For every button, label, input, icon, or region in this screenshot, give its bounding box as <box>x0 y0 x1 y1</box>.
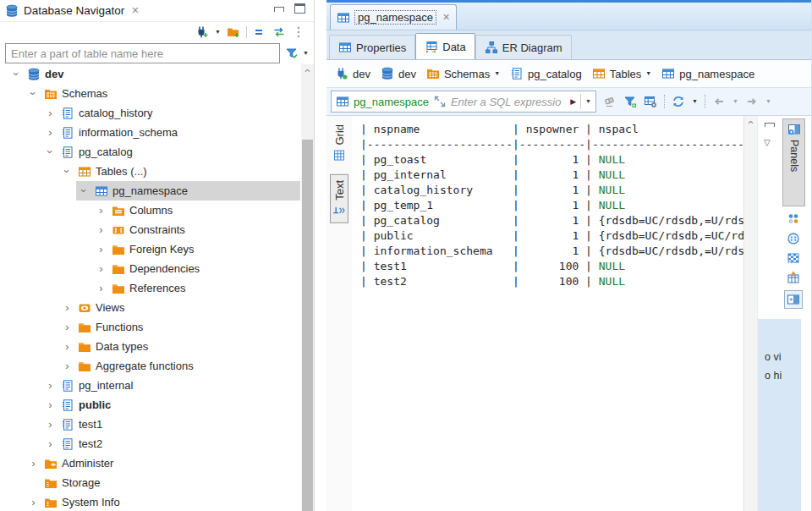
tree-item-test2[interactable]: ›test2 <box>0 434 300 453</box>
expand-arrow-icon[interactable]: › <box>61 340 74 353</box>
expand-arrow-icon[interactable]: › <box>61 321 74 333</box>
tree-scrollbar-thumb[interactable] <box>302 140 313 511</box>
filter-history-dropdown-icon[interactable]: ▼ <box>585 95 591 108</box>
tree-item-columns[interactable]: ›Columns <box>0 201 300 220</box>
dropdown-icon[interactable]: ▼ <box>215 25 221 39</box>
nav-forward-icon[interactable] <box>745 95 759 108</box>
tree-item-references[interactable]: ›References <box>0 278 300 298</box>
collapse-arrow-icon[interactable]: › <box>61 165 74 178</box>
expand-arrow-icon[interactable]: › <box>44 437 57 450</box>
value-panel-toggle[interactable] <box>784 290 803 309</box>
breadcrumb-pg_namespace[interactable]: pg_namespace <box>661 67 754 80</box>
breadcrumb-dev[interactable]: dev <box>335 67 370 80</box>
value-icon[interactable] <box>787 293 800 306</box>
table-filter-input[interactable] <box>5 43 280 63</box>
expand-arrow-icon[interactable]: › <box>44 126 57 139</box>
breadcrumb-tables[interactable]: Tables▼ <box>592 67 652 80</box>
tree-item-dev[interactable]: ›dev <box>0 64 300 84</box>
checker-icon[interactable] <box>787 251 800 265</box>
expand-arrow-icon[interactable]: › <box>44 418 57 431</box>
expand-arrow-icon[interactable]: › <box>61 301 74 314</box>
expand-arrow-icon[interactable]: › <box>95 262 107 275</box>
scroll-up-icon[interactable]: › <box>744 116 757 129</box>
tab-data[interactable]: Data <box>415 33 475 59</box>
nav-back-icon[interactable] <box>712 95 726 108</box>
tree-item-pg-internal[interactable]: ›pg_internal <box>0 376 300 395</box>
tab-er-diagram[interactable]: ER Diagram <box>475 35 572 59</box>
dropdown-icon[interactable]: ▼ <box>494 67 500 80</box>
scroll-up-icon[interactable]: › <box>301 64 314 77</box>
maximize-button[interactable] <box>294 3 305 14</box>
apply-filter-icon[interactable]: ▶ <box>570 97 576 106</box>
navigator-close-icon[interactable]: ✕ <box>131 5 139 16</box>
tree-item-schemas[interactable]: ›Schemas <box>0 84 300 103</box>
expand-arrow-icon[interactable]: › <box>27 457 40 470</box>
tree-item-foreign-keys[interactable]: ›Foreign Keys <box>0 239 300 259</box>
tree-item-storage[interactable]: Storage <box>0 473 300 492</box>
panels-tab[interactable]: Panels <box>782 118 805 206</box>
expand-arrow-icon[interactable]: › <box>95 243 107 256</box>
tree-item-system-info[interactable]: ›System Info <box>0 492 300 511</box>
tree-item-test1[interactable]: ›test1 <box>0 415 300 434</box>
tree-item-information-schema[interactable]: ›information_schema <box>0 123 300 142</box>
filter-funnel-icon[interactable] <box>285 47 299 60</box>
tree-item-functions[interactable]: ›Functions <box>0 317 300 337</box>
dropdown-icon[interactable]: ▼ <box>645 67 651 80</box>
dropdown-icon[interactable]: ▼ <box>303 47 309 60</box>
collapse-arrow-icon[interactable]: › <box>10 68 23 80</box>
tree-item-constraints[interactable]: ›Constraints <box>0 220 300 239</box>
folder-plus-icon[interactable] <box>227 25 240 39</box>
expand-filter-icon[interactable] <box>433 95 447 108</box>
eraser-icon[interactable] <box>603 95 617 108</box>
tree-item-aggregate-functions[interactable]: ›Aggregate functions <box>0 356 300 376</box>
sql-expression-input[interactable]: Enter a SQL expressio <box>451 96 566 108</box>
expand-arrow-icon[interactable]: › <box>95 223 107 236</box>
view-tab-grid[interactable]: Grid <box>331 119 348 168</box>
tab-pg-namespace[interactable]: pg_namespace ✕ <box>330 4 457 30</box>
filter-add-icon[interactable] <box>623 95 637 108</box>
link-editor-icon[interactable] <box>272 25 286 39</box>
grouping-icon[interactable] <box>787 212 800 226</box>
expand-arrow-icon[interactable]: › <box>61 360 74 372</box>
connect-plus-icon[interactable] <box>195 25 209 39</box>
result-text-view[interactable]: | nspname | nspowner | nspacl|----------… <box>352 116 743 511</box>
panel-collapse-icon[interactable]: ▽ <box>764 138 771 147</box>
collapse-all-icon[interactable] <box>253 25 266 39</box>
tree-item-administer[interactable]: ›Administer <box>0 453 300 473</box>
tab-close-icon[interactable]: ✕ <box>442 12 450 23</box>
tree-item-tables[interactable]: ›Tables (...) <box>0 162 300 181</box>
tree-item-views[interactable]: ›Views <box>0 298 300 317</box>
tree-item-pg-catalog[interactable]: ›pg_catalog <box>0 142 300 162</box>
tree-item-catalog-history[interactable]: ›catalog_history <box>0 103 300 123</box>
tree-item-dependencies[interactable]: ›Dependencies <box>0 259 300 278</box>
metadata-icon[interactable] <box>787 232 800 245</box>
dropdown-icon[interactable]: ▼ <box>692 95 698 108</box>
caret-gray-icon[interactable]: ▼ <box>765 95 771 108</box>
panel-minimize-icon[interactable] <box>765 123 775 127</box>
expand-arrow-icon[interactable]: › <box>44 398 57 411</box>
expand-arrow-icon[interactable]: › <box>44 379 57 392</box>
breadcrumb-dev[interactable]: dev <box>381 67 416 80</box>
view-tab-text[interactable]: Text <box>330 174 348 223</box>
breadcrumb-pg_catalog[interactable]: pg_catalog <box>510 67 582 80</box>
result-scrollbar[interactable]: › <box>743 116 757 511</box>
grip-icon[interactable] <box>292 25 305 39</box>
tree-scrollbar[interactable]: › <box>301 64 314 511</box>
tree-item-pg-namespace[interactable]: ›pg_namespace <box>0 181 300 201</box>
caret-gray-icon[interactable]: ▼ <box>732 95 738 108</box>
expand-arrow-icon[interactable]: › <box>44 107 57 119</box>
save-settings-icon[interactable] <box>644 95 657 108</box>
expand-arrow-icon[interactable]: › <box>95 282 107 294</box>
calc-icon[interactable] <box>787 271 800 284</box>
breadcrumb-schemas[interactable]: Schemas▼ <box>426 67 500 80</box>
minimize-button[interactable] <box>274 7 284 12</box>
collapse-arrow-icon[interactable]: › <box>27 87 40 100</box>
collapsed-value-panel[interactable]: o vio hi <box>758 319 801 511</box>
refresh-icon[interactable] <box>672 95 685 108</box>
expand-arrow-icon[interactable]: › <box>27 496 40 508</box>
collapse-arrow-icon[interactable]: › <box>44 146 57 158</box>
sql-filter-box[interactable]: pg_namespace Enter a SQL expressio ▶ ▼ <box>331 91 596 113</box>
expand-arrow-icon[interactable]: › <box>95 204 107 217</box>
tree-item-data-types[interactable]: ›Data types <box>0 337 300 356</box>
tree-item-public[interactable]: ›public <box>0 395 300 415</box>
